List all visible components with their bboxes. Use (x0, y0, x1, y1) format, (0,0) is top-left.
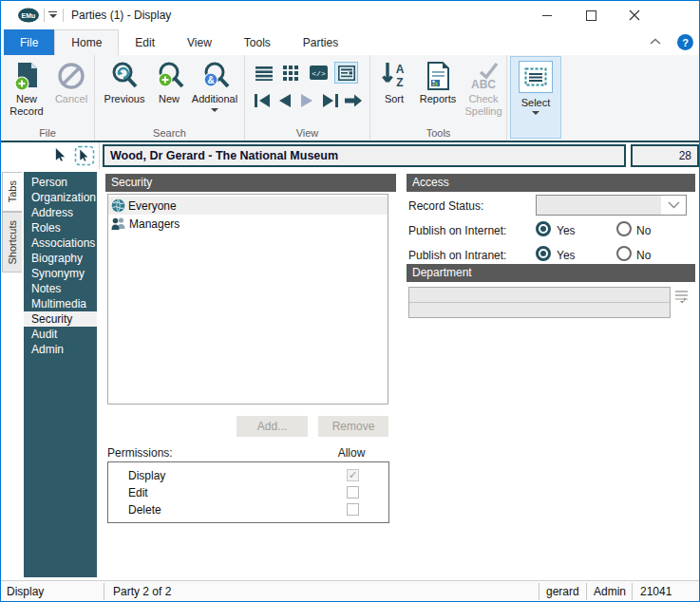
record-summary: Wood, Dr Gerard - The National Museum (103, 144, 626, 167)
tab-file[interactable]: File (4, 29, 54, 55)
sidebar-item-organization[interactable]: Organization (24, 190, 97, 205)
select-button[interactable]: Select (510, 56, 561, 139)
previous-record-button[interactable] (274, 89, 295, 112)
group-label-search: Search (95, 127, 244, 139)
sidebar-item-audit[interactable]: Audit (24, 327, 97, 342)
titlebar-separator (63, 9, 64, 22)
display-allow-checkbox[interactable]: ✓ (347, 469, 359, 481)
sidebar-item-synonymy[interactable]: Synonymy (24, 266, 97, 281)
group-label-view: View (245, 127, 369, 139)
additional-label: Additional (192, 93, 237, 105)
goto-record-button[interactable] (342, 89, 364, 112)
first-record-icon (254, 93, 271, 108)
remove-button[interactable]: Remove (318, 416, 388, 437)
tab-home[interactable]: Home (54, 29, 119, 55)
sort-button[interactable]: A Z Sort (375, 59, 413, 105)
grid-view-button[interactable] (279, 62, 303, 84)
select-caret-icon (532, 111, 539, 115)
allow-column-label: Allow (326, 446, 377, 460)
next-record-icon (300, 93, 314, 108)
sidebar-item-roles[interactable]: Roles (24, 220, 97, 235)
status-bar: Display Party 2 of 2 gerard Admin 21041 (1, 580, 699, 601)
vertical-tab-shortcuts-label: Shortcuts (7, 220, 18, 264)
tab-view[interactable]: View (171, 29, 228, 55)
svg-text:A: A (396, 63, 405, 76)
marquee-select-tool-icon[interactable] (74, 145, 95, 166)
ribbon-group-tools: A Z Sort Reports (370, 55, 507, 141)
ribbon-group-view: </> (245, 55, 370, 141)
quick-access-dropdown-icon[interactable] (48, 11, 57, 18)
internet-no-radio[interactable] (616, 221, 632, 236)
security-group-list: Everyone Managers (107, 194, 388, 404)
access-panel-header: Access (407, 174, 695, 192)
tab-parties[interactable]: Parties (287, 29, 354, 55)
new-record-icon (12, 61, 41, 91)
status-role: Admin (594, 585, 626, 598)
add-button[interactable]: Add... (236, 416, 308, 437)
internet-yes-radio[interactable] (536, 221, 551, 236)
status-divider (586, 583, 587, 600)
first-record-button[interactable] (251, 89, 273, 112)
close-button[interactable] (613, 1, 656, 29)
new-search-button[interactable]: New (152, 59, 186, 105)
sidebar-item-security[interactable]: Security (24, 311, 97, 327)
details-view-button[interactable] (334, 62, 358, 84)
users-icon (111, 216, 126, 231)
department-grid[interactable] (408, 287, 671, 318)
sidebar-item-notes[interactable]: Notes (24, 281, 97, 296)
tab-edit[interactable]: Edit (119, 29, 171, 55)
permissions-label: Permissions: (107, 446, 173, 460)
vertical-tab-tabs-label: Tabs (7, 180, 18, 202)
intranet-yes-radio[interactable] (536, 246, 551, 261)
security-group-everyone[interactable]: Everyone (108, 197, 388, 215)
new-record-button[interactable]: New Record (5, 59, 48, 118)
sidebar-item-person[interactable]: Person (24, 175, 97, 190)
last-record-icon (322, 93, 339, 108)
status-record-id: 21041 (640, 585, 672, 598)
sidebar-tab-list: Person Organization Address Roles Associ… (24, 172, 97, 577)
last-record-button[interactable] (319, 89, 341, 112)
delete-allow-checkbox[interactable] (347, 503, 359, 516)
permission-name: Display (128, 469, 165, 482)
tab-tools[interactable]: Tools (228, 29, 287, 55)
sidebar-item-multimedia[interactable]: Multimedia (24, 296, 97, 311)
window-title: Parties (1) - Display (71, 9, 171, 22)
list-view-button[interactable] (252, 62, 275, 84)
vertical-tab-shortcuts[interactable]: Shortcuts (2, 212, 22, 273)
sidebar-item-biography[interactable]: Biography (24, 251, 97, 266)
permission-row-edit: Edit (108, 484, 388, 501)
department-row[interactable] (409, 303, 670, 317)
vertical-tab-tabs[interactable]: Tabs (2, 172, 22, 212)
chevron-up-icon (650, 38, 661, 46)
edit-allow-checkbox[interactable] (347, 486, 359, 499)
security-group-managers[interactable]: Managers (108, 215, 388, 233)
next-record-button[interactable] (296, 89, 318, 112)
ribbon-group-file: New Record Cancel File (1, 55, 95, 141)
sidebar-item-admin[interactable]: Admin (24, 342, 97, 357)
help-button[interactable]: ? (677, 34, 693, 50)
internet-no-label: No (636, 224, 651, 237)
xml-view-button[interactable]: </> (307, 62, 331, 84)
pointer-tool-icon[interactable] (55, 148, 67, 163)
intranet-no-radio[interactable] (616, 246, 632, 261)
reports-label: Reports (420, 93, 457, 105)
maximize-button[interactable] (569, 1, 613, 29)
ribbon-group-search: Previous New & Additional (95, 55, 245, 141)
minimize-button[interactable] (525, 1, 569, 29)
collapse-ribbon-button[interactable] (650, 35, 661, 48)
record-status-dropdown[interactable] (536, 195, 687, 216)
grid-view-icon (283, 66, 299, 81)
permission-name: Edit (128, 486, 148, 499)
department-row[interactable] (409, 288, 670, 303)
reports-button[interactable]: Reports (414, 59, 462, 105)
previous-search-button[interactable]: Previous (100, 59, 149, 105)
sidebar-item-address[interactable]: Address (24, 205, 97, 220)
additional-search-icon: & (199, 61, 230, 91)
sidebar-item-associations[interactable]: Associations (24, 235, 97, 251)
check-spelling-button[interactable]: ABC Check Spelling (462, 59, 505, 118)
dropdown-chevron (661, 196, 686, 215)
status-divider (632, 583, 633, 600)
cancel-button[interactable]: Cancel (50, 59, 92, 105)
additional-search-button[interactable]: & Additional (186, 59, 243, 112)
xml-view-icon: </> (310, 66, 328, 80)
